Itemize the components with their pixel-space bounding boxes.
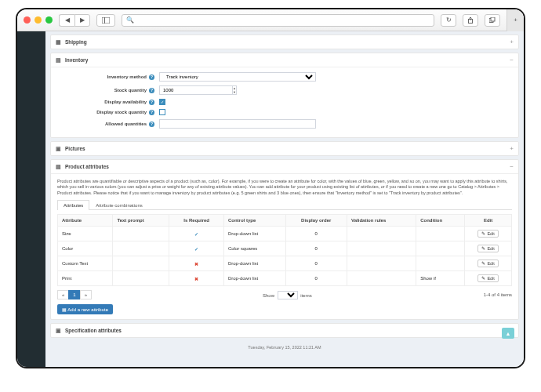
- hint-icon[interactable]: ?: [149, 88, 154, 93]
- cell-validation-rules: [347, 241, 416, 256]
- panel-product-attributes: ▤ Product attributes − Product attribute…: [50, 159, 519, 320]
- cell-control-type: Drop-down list: [223, 256, 285, 271]
- svg-rect-5: [491, 17, 495, 21]
- stock-quantity-label: Stock quantity?: [57, 88, 159, 93]
- col-condition: Condition: [416, 215, 465, 227]
- viewport: ▦ Shipping + ▤ Inventory − Inventory met…: [17, 31, 524, 367]
- tab-attribute-combinations[interactable]: Attribute combinations: [89, 200, 148, 210]
- share-button[interactable]: [463, 14, 478, 27]
- expand-icon: +: [510, 145, 514, 152]
- cell-condition: [416, 227, 465, 241]
- allowed-quantities-label: Allowed quantities?: [57, 122, 159, 127]
- panel-specification-attributes-header[interactable]: ▣ Specification attributes +: [51, 324, 518, 337]
- edit-button[interactable]: ✎Edit: [477, 274, 498, 282]
- pencil-icon: ✎: [481, 246, 485, 251]
- panel-product-attributes-body: Product attributes are quantifiable or d…: [51, 174, 518, 319]
- col-text-prompt: Text prompt: [113, 215, 169, 227]
- cell-validation-rules: [347, 227, 416, 241]
- table-row: Print✖Drop-down list0Show if✎Edit: [58, 271, 512, 286]
- pager-summary: 1-4 of 4 items: [484, 292, 512, 297]
- display-availability-label: Display availability?: [57, 100, 159, 105]
- panel-specification-attributes: ▣ Specification attributes +: [50, 323, 519, 338]
- display-stock-qty-label: Display stock quantity?: [57, 110, 159, 115]
- col-control-type: Control type: [223, 215, 285, 227]
- display-stock-qty-checkbox[interactable]: [159, 109, 165, 115]
- list-icon: ▤: [56, 164, 62, 170]
- tabs-button[interactable]: [485, 14, 500, 27]
- col-validation-rules: Validation rules: [347, 215, 416, 227]
- table-row: Custom Text✖Drop-down list0✎Edit: [58, 256, 512, 271]
- cell-display-order: 0: [285, 256, 347, 271]
- pencil-icon: ✎: [481, 231, 485, 236]
- browser-window: ◀ ▶ 🔍 ↻ + ▦ Shipping +: [16, 8, 525, 368]
- cell-edit: ✎Edit: [465, 227, 512, 241]
- panel-shipping-header[interactable]: ▦ Shipping +: [51, 35, 518, 49]
- main-content: ▦ Shipping + ▤ Inventory − Inventory met…: [45, 31, 524, 367]
- cell-control-type: Drop-down list: [223, 271, 285, 286]
- scroll-to-top-button[interactable]: ▲: [502, 328, 514, 339]
- pager-next[interactable]: »: [80, 290, 92, 299]
- panel-title: Product attributes: [65, 164, 109, 169]
- panel-inventory-body: Inventory method? Track inventory Stock …: [51, 67, 518, 137]
- hint-icon[interactable]: ?: [149, 74, 154, 80]
- cell-edit: ✎Edit: [465, 271, 512, 286]
- nav-buttons: ◀ ▶: [59, 14, 90, 27]
- attributes-description: Product attributes are quantifiable or d…: [57, 179, 512, 196]
- allowed-quantities-input[interactable]: [159, 119, 316, 129]
- hint-icon[interactable]: ?: [149, 122, 154, 127]
- inventory-method-select[interactable]: Track inventory: [159, 72, 316, 82]
- address-bar[interactable]: 🔍: [122, 14, 434, 27]
- table-row: Color✓Color squares0✎Edit: [58, 241, 512, 256]
- page-size-select[interactable]: 15: [278, 291, 298, 299]
- cell-attribute: Color: [58, 241, 113, 256]
- hint-icon[interactable]: ?: [149, 100, 154, 105]
- add-attribute-button[interactable]: ▦ Add a new attribute: [57, 304, 113, 314]
- back-button[interactable]: ◀: [59, 14, 74, 27]
- inventory-method-label: Inventory method?: [57, 74, 159, 80]
- sidebar-toggle-button[interactable]: [96, 14, 115, 27]
- stock-quantity-input[interactable]: [159, 85, 232, 95]
- step-down-icon[interactable]: ▼: [233, 90, 236, 94]
- panel-inventory-header[interactable]: ▤ Inventory −: [51, 53, 518, 67]
- cell-attribute: Print: [58, 271, 113, 286]
- collapse-icon: −: [510, 56, 514, 64]
- admin-sidebar[interactable]: [17, 31, 45, 367]
- plus-icon: ▦: [62, 307, 67, 312]
- cell-display-order: 0: [285, 271, 347, 286]
- cell-edit: ✎Edit: [465, 256, 512, 271]
- display-availability-checkbox[interactable]: ✓: [159, 99, 165, 105]
- edit-button[interactable]: ✎Edit: [477, 260, 498, 267]
- panel-title: Shipping: [65, 39, 87, 45]
- cell-attribute: Custom Text: [58, 256, 113, 271]
- close-icon[interactable]: [24, 16, 31, 24]
- edit-button[interactable]: ✎Edit: [477, 245, 498, 252]
- window-controls: [24, 16, 53, 24]
- new-tab-button[interactable]: +: [507, 9, 524, 31]
- cell-attribute: Size: [58, 227, 113, 241]
- panel-shipping: ▦ Shipping +: [50, 34, 519, 49]
- panel-product-attributes-header[interactable]: ▤ Product attributes −: [51, 160, 518, 174]
- hint-icon[interactable]: ?: [149, 110, 154, 115]
- pager-prev[interactable]: «: [57, 290, 69, 299]
- minimize-icon[interactable]: [34, 16, 42, 24]
- forward-button[interactable]: ▶: [74, 14, 90, 27]
- search-icon: 🔍: [126, 16, 134, 24]
- reload-button[interactable]: ↻: [441, 14, 456, 27]
- spec-icon: ▣: [56, 328, 62, 334]
- col-attribute: Attribute: [58, 215, 113, 227]
- panel-pictures-header[interactable]: ▣ Pictures +: [51, 142, 518, 155]
- cell-text-prompt: [113, 227, 169, 241]
- check-icon: ✓: [194, 232, 198, 237]
- cell-text-prompt: [113, 271, 169, 286]
- edit-button[interactable]: ✎Edit: [477, 230, 498, 238]
- cell-control-type: Drop-down list: [223, 227, 285, 241]
- maximize-icon[interactable]: [45, 16, 53, 24]
- col-edit: Edit: [465, 215, 512, 227]
- stock-quantity-stepper[interactable]: ▲▼: [159, 85, 222, 95]
- tab-attributes[interactable]: Attributes: [57, 200, 89, 210]
- cell-is-required: ✖: [169, 256, 224, 271]
- pencil-icon: ✎: [481, 261, 485, 266]
- svg-rect-0: [102, 17, 110, 24]
- pager-page-1[interactable]: 1: [68, 290, 80, 299]
- cell-is-required: ✓: [169, 241, 224, 256]
